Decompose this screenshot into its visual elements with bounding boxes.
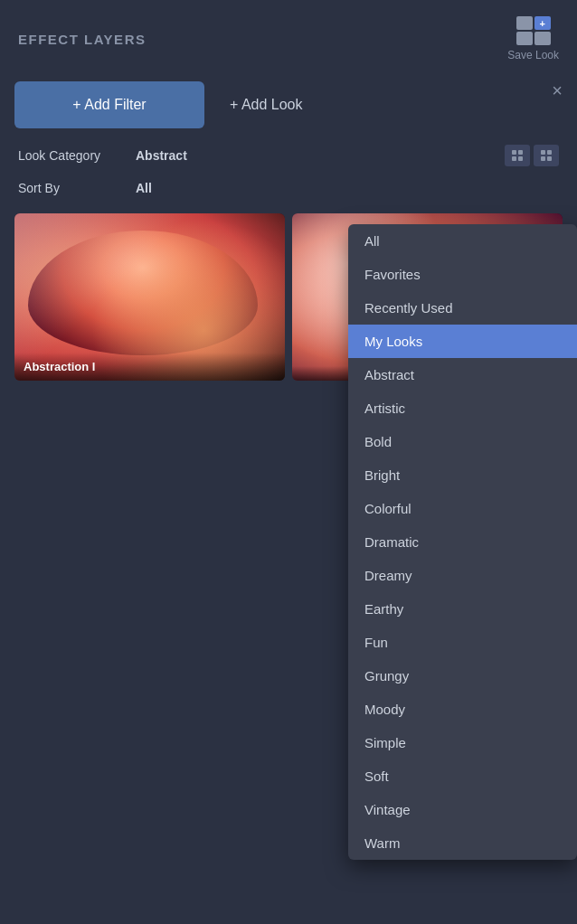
look-category-value: Abstract	[136, 148, 505, 163]
page-title: EFFECT LAYERS	[18, 32, 146, 47]
dropdown-item-dramatic[interactable]: Dramatic	[348, 525, 577, 559]
grid-sq-plus	[534, 16, 551, 30]
header: EFFECT LAYERS Save Look	[0, 0, 577, 74]
dropdown-item-moody[interactable]: Moody	[348, 693, 577, 726]
view-toggle	[505, 145, 559, 166]
dropdown-item-vintage[interactable]: Vintage	[348, 793, 577, 826]
grid-sq-1	[516, 16, 533, 30]
dropdown-item-artistic[interactable]: Artistic	[348, 391, 577, 425]
sort-by-row: Sort By All	[0, 175, 577, 204]
dropdown-item-soft[interactable]: Soft	[348, 759, 577, 793]
grid-view-button[interactable]	[505, 145, 530, 166]
grid-sq-4	[534, 32, 551, 45]
dropdown-item-fun[interactable]: Fun	[348, 626, 577, 659]
look-category-row: Look Category Abstract	[0, 136, 577, 175]
save-look-label: Save Look	[507, 49, 559, 61]
dot-7	[541, 156, 545, 161]
dropdown-item-simple[interactable]: Simple	[348, 726, 577, 759]
grid-sq-3	[516, 32, 533, 45]
dot-6	[547, 150, 552, 155]
dot-2	[518, 150, 523, 155]
dot-5	[541, 150, 545, 155]
category-dropdown: AllFavoritesRecently UsedMy LooksAbstrac…	[348, 224, 577, 860]
dropdown-item-dreamy[interactable]: Dreamy	[348, 559, 577, 592]
look-category-label: Look Category	[18, 148, 136, 163]
dropdown-item-warm[interactable]: Warm	[348, 826, 577, 860]
dropdown-item-earthy[interactable]: Earthy	[348, 592, 577, 626]
image-card-label-1: Abstraction I	[14, 353, 285, 381]
dot-3	[512, 156, 516, 161]
dot-8	[547, 156, 552, 161]
dropdown-item-favorites[interactable]: Favorites	[348, 258, 577, 291]
dropdown-item-colorful[interactable]: Colorful	[348, 492, 577, 525]
save-look-icon	[516, 16, 551, 45]
add-look-button[interactable]: + Add Look	[219, 97, 314, 113]
list-view-button[interactable]	[534, 145, 559, 166]
dropdown-item-abstract[interactable]: Abstract	[348, 358, 577, 391]
image-card-1[interactable]: Abstraction I	[14, 213, 285, 381]
toolbar: + Add Filter + Add Look ×	[0, 74, 577, 136]
dropdown-item-bold[interactable]: Bold	[348, 425, 577, 458]
dropdown-item-my-looks[interactable]: My Looks	[348, 325, 577, 358]
controls-section: Look Category Abstract S	[0, 136, 577, 204]
dropdown-item-bright[interactable]: Bright	[348, 458, 577, 492]
close-button[interactable]: ×	[552, 81, 563, 99]
sort-by-value: All	[136, 181, 559, 195]
list-icon	[541, 150, 552, 161]
dropdown-item-all[interactable]: All	[348, 224, 577, 258]
add-filter-button[interactable]: + Add Filter	[14, 81, 204, 128]
dropdown-item-recently-used[interactable]: Recently Used	[348, 291, 577, 325]
dot-4	[518, 156, 523, 161]
grid-icon	[512, 150, 523, 161]
dropdown-item-grungy[interactable]: Grungy	[348, 659, 577, 693]
dot-1	[512, 150, 516, 155]
sort-by-label: Sort By	[18, 181, 136, 195]
save-look-button[interactable]: Save Look	[507, 16, 559, 61]
